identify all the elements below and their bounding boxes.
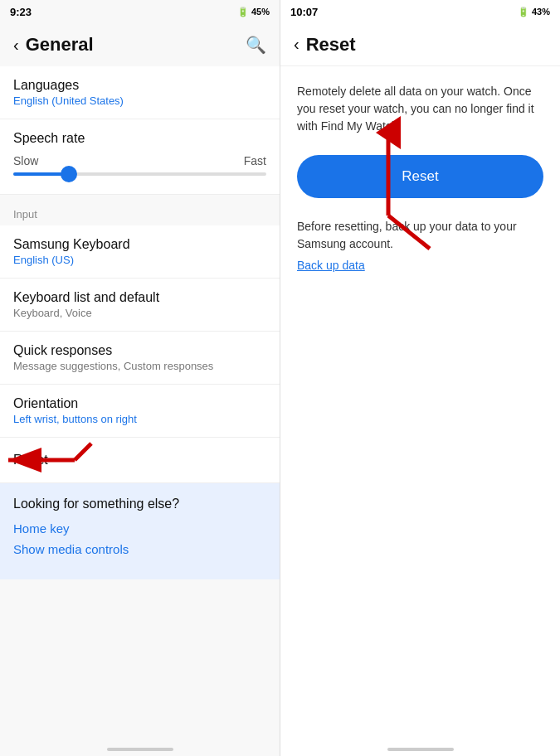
back-button[interactable]: ‹ — [13, 36, 19, 55]
slider-thumb[interactable] — [61, 166, 77, 182]
left-time: 9:23 — [10, 6, 32, 18]
reset-item[interactable]: Reset — [0, 438, 280, 483]
quick-responses-subtitle: Message suggestions, Custom responses — [13, 360, 266, 372]
battery-icon: 🔋 45% — [237, 7, 270, 17]
right-page-title: Reset — [306, 34, 356, 56]
search-icon[interactable]: 🔍 — [246, 35, 266, 55]
fast-label: Fast — [244, 154, 266, 167]
right-content: Remotely delete all data on your watch. … — [280, 66, 560, 743]
slider-labels: Slow Fast — [13, 154, 266, 167]
languages-subtitle: English (United States) — [13, 94, 266, 107]
left-arrow-indicator — [0, 435, 91, 485]
speech-rate-section: Speech rate Slow Fast — [0, 119, 280, 195]
right-arrow-indicator — [363, 116, 413, 224]
reset-description: Remotely delete all data on your watch. … — [297, 83, 543, 135]
orientation-subtitle: Left wrist, buttons on right — [13, 413, 266, 425]
right-back-button[interactable]: ‹ — [294, 35, 299, 54]
left-panel: 9:23 🔋 45% ‹ General 🔍 Languages English… — [0, 0, 280, 756]
quick-responses-title: Quick responses — [13, 343, 266, 358]
right-status-bar: 10:07 🔋 43% — [280, 0, 560, 23]
looking-title: Looking for something else? — [13, 497, 266, 511]
keyboard-list-item[interactable]: Keyboard list and default Keyboard, Voic… — [0, 279, 280, 332]
orientation-item[interactable]: Orientation Left wrist, buttons on right — [0, 385, 280, 438]
right-scroll-indicator — [387, 748, 454, 751]
right-battery: 🔋 43% — [518, 7, 550, 17]
looking-section: Looking for something else? Home key Sho… — [0, 483, 280, 579]
speech-rate-title: Speech rate — [13, 131, 266, 146]
orientation-title: Orientation — [13, 396, 266, 411]
page-title: General — [26, 34, 94, 56]
backup-link[interactable]: Back up data — [297, 259, 365, 272]
keyboard-list-title: Keyboard list and default — [13, 290, 266, 305]
right-panel: 10:07 🔋 43% ‹ Reset Remotely delete all … — [280, 0, 560, 756]
left-content: Languages English (United States) Speech… — [0, 66, 280, 743]
left-header: ‹ General 🔍 — [0, 23, 280, 66]
samsung-keyboard-title: Samsung Keyboard — [13, 237, 266, 252]
languages-title: Languages — [13, 78, 266, 93]
languages-item[interactable]: Languages English (United States) — [0, 66, 280, 119]
home-key-link[interactable]: Home key — [13, 521, 266, 536]
backup-description: Before resetting, back up your data to y… — [297, 218, 543, 253]
samsung-keyboard-item[interactable]: Samsung Keyboard English (US) — [0, 225, 280, 279]
header-left-group: ‹ General — [13, 34, 94, 56]
samsung-keyboard-subtitle: English (US) — [13, 254, 266, 266]
slow-label: Slow — [13, 154, 38, 167]
right-time: 10:07 — [290, 6, 318, 18]
keyboard-list-subtitle: Keyboard, Voice — [13, 307, 266, 319]
speech-rate-slider[interactable] — [13, 172, 266, 176]
left-status-bar: 9:23 🔋 45% — [0, 0, 280, 23]
show-media-controls-link[interactable]: Show media controls — [13, 542, 266, 556]
left-status-icons: 🔋 45% — [237, 7, 270, 17]
reset-button[interactable]: Reset — [297, 155, 543, 198]
quick-responses-item[interactable]: Quick responses Message suggestions, Cus… — [0, 332, 280, 385]
input-section-header: Input — [0, 195, 280, 225]
right-header: ‹ Reset — [280, 23, 560, 66]
left-scroll-indicator — [107, 748, 173, 751]
